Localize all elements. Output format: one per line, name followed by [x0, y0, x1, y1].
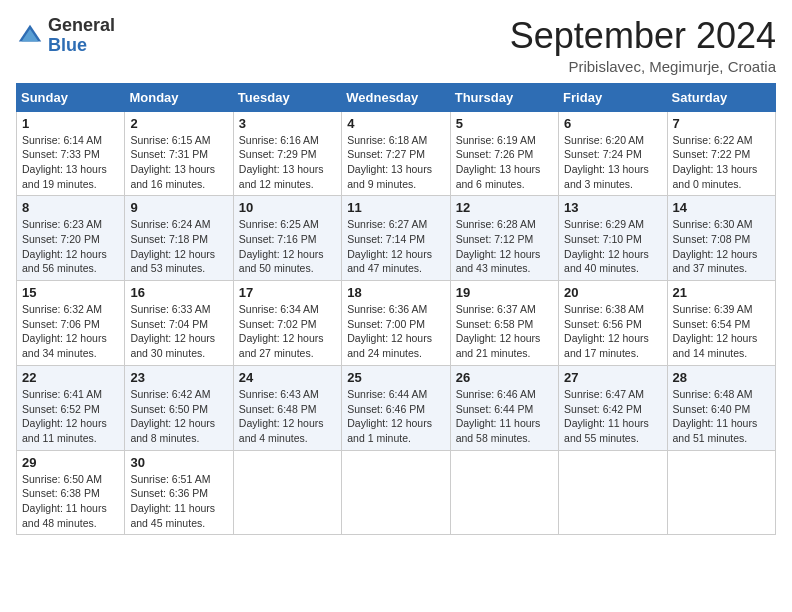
calendar-cell: 11 Sunrise: 6:27 AMSunset: 7:14 PMDaylig… [342, 196, 450, 281]
calendar-cell [667, 450, 775, 535]
day-info: Sunrise: 6:29 AMSunset: 7:10 PMDaylight:… [564, 217, 661, 276]
logo-general-text: General [48, 15, 115, 35]
calendar-cell: 20 Sunrise: 6:38 AMSunset: 6:56 PMDaylig… [559, 281, 667, 366]
calendar-cell [559, 450, 667, 535]
day-info: Sunrise: 6:41 AMSunset: 6:52 PMDaylight:… [22, 387, 119, 446]
day-info: Sunrise: 6:32 AMSunset: 7:06 PMDaylight:… [22, 302, 119, 361]
day-number: 6 [564, 116, 661, 131]
day-number: 5 [456, 116, 553, 131]
day-number: 2 [130, 116, 227, 131]
calendar-cell: 13 Sunrise: 6:29 AMSunset: 7:10 PMDaylig… [559, 196, 667, 281]
day-number: 21 [673, 285, 770, 300]
day-number: 1 [22, 116, 119, 131]
day-number: 13 [564, 200, 661, 215]
page-header: General Blue September 2024 Pribislavec,… [16, 16, 776, 75]
calendar-cell: 21 Sunrise: 6:39 AMSunset: 6:54 PMDaylig… [667, 281, 775, 366]
calendar-cell: 18 Sunrise: 6:36 AMSunset: 7:00 PMDaylig… [342, 281, 450, 366]
calendar-header-row: SundayMondayTuesdayWednesdayThursdayFrid… [17, 83, 776, 111]
day-number: 4 [347, 116, 444, 131]
day-number: 27 [564, 370, 661, 385]
column-header-saturday: Saturday [667, 83, 775, 111]
calendar-cell: 8 Sunrise: 6:23 AMSunset: 7:20 PMDayligh… [17, 196, 125, 281]
calendar-cell [233, 450, 341, 535]
day-number: 25 [347, 370, 444, 385]
calendar-cell: 22 Sunrise: 6:41 AMSunset: 6:52 PMDaylig… [17, 365, 125, 450]
day-info: Sunrise: 6:27 AMSunset: 7:14 PMDaylight:… [347, 217, 444, 276]
day-number: 26 [456, 370, 553, 385]
day-info: Sunrise: 6:43 AMSunset: 6:48 PMDaylight:… [239, 387, 336, 446]
calendar-cell: 2 Sunrise: 6:15 AMSunset: 7:31 PMDayligh… [125, 111, 233, 196]
day-info: Sunrise: 6:16 AMSunset: 7:29 PMDaylight:… [239, 133, 336, 192]
calendar-cell: 24 Sunrise: 6:43 AMSunset: 6:48 PMDaylig… [233, 365, 341, 450]
calendar-cell: 5 Sunrise: 6:19 AMSunset: 7:26 PMDayligh… [450, 111, 558, 196]
day-number: 20 [564, 285, 661, 300]
column-header-thursday: Thursday [450, 83, 558, 111]
calendar-cell: 6 Sunrise: 6:20 AMSunset: 7:24 PMDayligh… [559, 111, 667, 196]
day-number: 14 [673, 200, 770, 215]
day-number: 11 [347, 200, 444, 215]
day-number: 30 [130, 455, 227, 470]
day-number: 23 [130, 370, 227, 385]
calendar-cell: 29 Sunrise: 6:50 AMSunset: 6:38 PMDaylig… [17, 450, 125, 535]
calendar-table: SundayMondayTuesdayWednesdayThursdayFrid… [16, 83, 776, 536]
day-info: Sunrise: 6:15 AMSunset: 7:31 PMDaylight:… [130, 133, 227, 192]
calendar-cell: 30 Sunrise: 6:51 AMSunset: 6:36 PMDaylig… [125, 450, 233, 535]
day-number: 15 [22, 285, 119, 300]
day-info: Sunrise: 6:37 AMSunset: 6:58 PMDaylight:… [456, 302, 553, 361]
calendar-cell [450, 450, 558, 535]
day-info: Sunrise: 6:38 AMSunset: 6:56 PMDaylight:… [564, 302, 661, 361]
calendar-week-row: 22 Sunrise: 6:41 AMSunset: 6:52 PMDaylig… [17, 365, 776, 450]
day-info: Sunrise: 6:33 AMSunset: 7:04 PMDaylight:… [130, 302, 227, 361]
calendar-cell: 16 Sunrise: 6:33 AMSunset: 7:04 PMDaylig… [125, 281, 233, 366]
day-info: Sunrise: 6:18 AMSunset: 7:27 PMDaylight:… [347, 133, 444, 192]
day-info: Sunrise: 6:23 AMSunset: 7:20 PMDaylight:… [22, 217, 119, 276]
column-header-wednesday: Wednesday [342, 83, 450, 111]
day-info: Sunrise: 6:22 AMSunset: 7:22 PMDaylight:… [673, 133, 770, 192]
calendar-cell: 19 Sunrise: 6:37 AMSunset: 6:58 PMDaylig… [450, 281, 558, 366]
day-info: Sunrise: 6:14 AMSunset: 7:33 PMDaylight:… [22, 133, 119, 192]
calendar-cell: 4 Sunrise: 6:18 AMSunset: 7:27 PMDayligh… [342, 111, 450, 196]
logo-blue-text: Blue [48, 35, 87, 55]
day-number: 3 [239, 116, 336, 131]
calendar-cell: 1 Sunrise: 6:14 AMSunset: 7:33 PMDayligh… [17, 111, 125, 196]
calendar-week-row: 8 Sunrise: 6:23 AMSunset: 7:20 PMDayligh… [17, 196, 776, 281]
calendar-cell: 28 Sunrise: 6:48 AMSunset: 6:40 PMDaylig… [667, 365, 775, 450]
calendar-cell: 3 Sunrise: 6:16 AMSunset: 7:29 PMDayligh… [233, 111, 341, 196]
calendar-cell: 23 Sunrise: 6:42 AMSunset: 6:50 PMDaylig… [125, 365, 233, 450]
column-header-monday: Monday [125, 83, 233, 111]
location-subtitle: Pribislavec, Megimurje, Croatia [510, 58, 776, 75]
day-info: Sunrise: 6:36 AMSunset: 7:00 PMDaylight:… [347, 302, 444, 361]
calendar-cell: 10 Sunrise: 6:25 AMSunset: 7:16 PMDaylig… [233, 196, 341, 281]
day-info: Sunrise: 6:30 AMSunset: 7:08 PMDaylight:… [673, 217, 770, 276]
calendar-cell: 26 Sunrise: 6:46 AMSunset: 6:44 PMDaylig… [450, 365, 558, 450]
day-number: 10 [239, 200, 336, 215]
day-info: Sunrise: 6:19 AMSunset: 7:26 PMDaylight:… [456, 133, 553, 192]
calendar-cell: 9 Sunrise: 6:24 AMSunset: 7:18 PMDayligh… [125, 196, 233, 281]
calendar-week-row: 29 Sunrise: 6:50 AMSunset: 6:38 PMDaylig… [17, 450, 776, 535]
calendar-cell: 7 Sunrise: 6:22 AMSunset: 7:22 PMDayligh… [667, 111, 775, 196]
calendar-cell: 12 Sunrise: 6:28 AMSunset: 7:12 PMDaylig… [450, 196, 558, 281]
day-number: 28 [673, 370, 770, 385]
month-title: September 2024 [510, 16, 776, 56]
calendar-week-row: 15 Sunrise: 6:32 AMSunset: 7:06 PMDaylig… [17, 281, 776, 366]
day-info: Sunrise: 6:28 AMSunset: 7:12 PMDaylight:… [456, 217, 553, 276]
day-number: 17 [239, 285, 336, 300]
day-number: 9 [130, 200, 227, 215]
calendar-week-row: 1 Sunrise: 6:14 AMSunset: 7:33 PMDayligh… [17, 111, 776, 196]
day-info: Sunrise: 6:20 AMSunset: 7:24 PMDaylight:… [564, 133, 661, 192]
day-info: Sunrise: 6:25 AMSunset: 7:16 PMDaylight:… [239, 217, 336, 276]
logo-icon [16, 22, 44, 50]
calendar-cell: 25 Sunrise: 6:44 AMSunset: 6:46 PMDaylig… [342, 365, 450, 450]
day-number: 29 [22, 455, 119, 470]
day-info: Sunrise: 6:44 AMSunset: 6:46 PMDaylight:… [347, 387, 444, 446]
day-info: Sunrise: 6:50 AMSunset: 6:38 PMDaylight:… [22, 472, 119, 531]
day-info: Sunrise: 6:48 AMSunset: 6:40 PMDaylight:… [673, 387, 770, 446]
day-number: 16 [130, 285, 227, 300]
calendar-cell: 17 Sunrise: 6:34 AMSunset: 7:02 PMDaylig… [233, 281, 341, 366]
day-info: Sunrise: 6:51 AMSunset: 6:36 PMDaylight:… [130, 472, 227, 531]
day-info: Sunrise: 6:47 AMSunset: 6:42 PMDaylight:… [564, 387, 661, 446]
day-info: Sunrise: 6:42 AMSunset: 6:50 PMDaylight:… [130, 387, 227, 446]
day-info: Sunrise: 6:24 AMSunset: 7:18 PMDaylight:… [130, 217, 227, 276]
day-number: 24 [239, 370, 336, 385]
column-header-sunday: Sunday [17, 83, 125, 111]
